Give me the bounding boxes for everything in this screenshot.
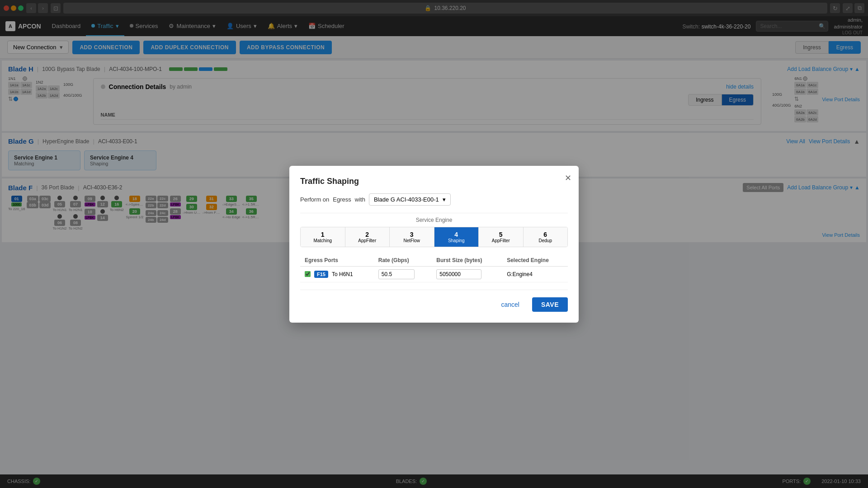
se-tab-5-num: 5	[481, 231, 521, 238]
table-row: F15 To H6N1 G:Engine4	[300, 266, 568, 282]
port-row-engine: G:Engine4	[502, 266, 568, 282]
se-tab-6-num: 6	[525, 231, 566, 238]
se-tab-3[interactable]: 3 NetFlow	[390, 227, 434, 247]
burst-input[interactable]	[436, 269, 481, 279]
port-table-header-row: Egress Ports Rate (Gbps) Burst Size (byt…	[300, 254, 568, 267]
se-tab-4-name: Shaping	[436, 238, 477, 243]
se-tabs: 1 Matching 2 AppFilter 3 NetFlow 4 Shapi…	[300, 227, 568, 247]
blade-dropdown-label: Blade G ACI-4033-E00-1	[374, 196, 439, 203]
se-tabs-section: Service Engine 1 Matching 2 AppFilter 3 …	[300, 213, 568, 247]
se-tab-4-num: 4	[436, 231, 477, 238]
se-tabs-label: Service Engine	[300, 213, 568, 223]
save-button[interactable]: SAVE	[532, 297, 568, 312]
port-table: Egress Ports Rate (Gbps) Burst Size (byt…	[300, 254, 568, 282]
port-row-egress: F15 To H6N1	[300, 266, 374, 282]
col-engine: Selected Engine	[502, 254, 568, 267]
col-rate: Rate (Gbps)	[374, 254, 432, 267]
rate-input[interactable]	[378, 269, 415, 279]
se-tab-5-name: AppFilter	[481, 238, 521, 243]
port-dest: To H6N1	[332, 271, 353, 277]
port-tag-f15: F15	[314, 271, 328, 278]
chevron-down-icon-modal: ▾	[443, 196, 446, 203]
cancel-button[interactable]: cancel	[494, 297, 526, 312]
se-tab-2[interactable]: 2 AppFilter	[345, 227, 390, 247]
traffic-shaping-modal: ✕ Traffic Shaping Perform on Egress with…	[289, 166, 579, 323]
se-tab-3-name: NetFlow	[392, 238, 432, 243]
se-tab-4[interactable]: 4 Shaping	[434, 227, 479, 247]
modal-overlay[interactable]: ✕ Traffic Shaping Perform on Egress with…	[0, 0, 868, 474]
se-tab-1-name: Matching	[302, 238, 343, 243]
egress-keyword: Egress	[333, 196, 351, 203]
port-table-body: F15 To H6N1 G:Engine4	[300, 266, 568, 282]
modal-footer: cancel SAVE	[300, 290, 568, 312]
with-keyword: with	[355, 196, 365, 203]
col-egress-ports: Egress Ports	[300, 254, 374, 267]
se-tab-3-num: 3	[392, 231, 432, 238]
port-table-head: Egress Ports Rate (Gbps) Burst Size (byt…	[300, 254, 568, 267]
modal-title: Traffic Shaping	[300, 177, 568, 186]
col-burst: Burst Size (bytes)	[432, 254, 502, 267]
se-tab-1[interactable]: 1 Matching	[301, 227, 345, 247]
port-cell: F15 To H6N1	[305, 271, 369, 278]
se-tab-6[interactable]: 6 Dedup	[524, 227, 568, 247]
se-tab-1-num: 1	[302, 231, 343, 238]
blade-dropdown[interactable]: Blade G ACI-4033-E00-1 ▾	[369, 193, 451, 206]
se-tab-2-name: AppFilter	[347, 238, 388, 243]
se-tab-6-name: Dedup	[525, 238, 566, 243]
se-tab-2-num: 2	[347, 231, 388, 238]
port-checkbox[interactable]	[305, 271, 311, 277]
modal-close-btn[interactable]: ✕	[565, 173, 571, 183]
perform-row: Perform on Egress with Blade G ACI-4033-…	[300, 193, 568, 206]
port-row-burst	[432, 266, 502, 282]
port-row-rate	[374, 266, 432, 282]
perform-label: Perform on	[300, 196, 329, 203]
se-tab-5[interactable]: 5 AppFilter	[479, 227, 524, 247]
